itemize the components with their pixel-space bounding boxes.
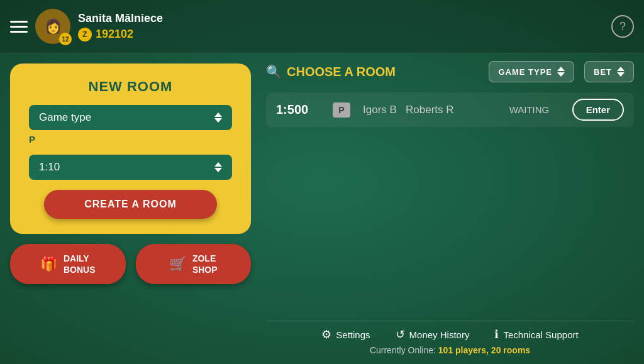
footer: ⚙ Settings ↺ Money History ℹ Technical S… bbox=[266, 321, 634, 359]
help-button[interactable]: ? bbox=[611, 15, 634, 38]
bottom-buttons: 🎁 DAILY BONUS 🛒 ZOLE SHOP bbox=[10, 244, 251, 284]
money-history-label: Money History bbox=[409, 329, 470, 340]
bet-filter-arrows bbox=[617, 67, 625, 77]
money-history-icon: ↺ bbox=[396, 328, 405, 341]
settings-link[interactable]: ⚙ Settings bbox=[321, 328, 370, 341]
bet-filter-label: BET bbox=[594, 67, 612, 77]
game-type-filter-button[interactable]: GAME TYPE bbox=[489, 61, 574, 82]
choose-room-label: 🔍 CHOOSE A ROOM bbox=[266, 64, 479, 79]
technical-support-icon: ℹ bbox=[494, 328, 499, 341]
new-room-card: NEW ROOM Game type P 1:10 CREATE A ROOM bbox=[10, 63, 251, 234]
game-type-arrows bbox=[214, 113, 222, 123]
room-status: WAITING bbox=[509, 104, 560, 115]
online-info: Currently Online: 101 players, 20 rooms bbox=[370, 345, 530, 355]
left-panel: NEW ROOM Game type P 1:10 CREATE A ROOM bbox=[0, 53, 261, 364]
online-highlight: 101 players, 20 rooms bbox=[438, 345, 530, 355]
room-players: Igors B Roberts R bbox=[363, 104, 497, 116]
technical-support-label: Technical Support bbox=[503, 329, 578, 340]
game-type-label: Game type bbox=[39, 111, 91, 124]
settings-icon: ⚙ bbox=[321, 328, 331, 341]
game-type-sublabel: P bbox=[29, 134, 35, 145]
avatar-badge: 12 bbox=[59, 33, 72, 45]
enter-room-button[interactable]: Enter bbox=[572, 99, 624, 121]
menu-button[interactable] bbox=[10, 21, 28, 33]
balance-amount: 192102 bbox=[96, 28, 133, 41]
zole-shop-text: ZOLE SHOP bbox=[192, 253, 218, 275]
daily-bonus-button[interactable]: 🎁 DAILY BONUS bbox=[10, 244, 126, 284]
user-info: Sanita Mālniece Z 192102 bbox=[78, 12, 611, 41]
search-icon: 🔍 bbox=[266, 64, 282, 79]
daily-bonus-text: DAILY BONUS bbox=[64, 253, 96, 275]
room-list: 1:500 P Igors B Roberts R WAITING Enter bbox=[266, 92, 634, 321]
zole-icon: Z bbox=[78, 28, 92, 41]
bet-arrows bbox=[214, 162, 222, 172]
user-name: Sanita Mālniece bbox=[78, 12, 611, 25]
money-history-link[interactable]: ↺ Money History bbox=[396, 328, 470, 341]
zole-shop-icon: 🛒 bbox=[169, 256, 186, 272]
choose-room-header: 🔍 CHOOSE A ROOM GAME TYPE BET bbox=[266, 61, 634, 82]
avatar-wrap: 👩 12 bbox=[35, 9, 70, 44]
bet-filter-button[interactable]: BET bbox=[584, 61, 634, 82]
table-row: 1:500 P Igors B Roberts R WAITING Enter bbox=[266, 92, 634, 127]
settings-label: Settings bbox=[336, 329, 370, 340]
room-bet: 1:500 bbox=[276, 102, 320, 117]
choose-room-text: CHOOSE A ROOM bbox=[287, 65, 396, 79]
user-balance: Z 192102 bbox=[78, 28, 611, 41]
bet-select[interactable]: 1:10 bbox=[29, 155, 232, 180]
app-header: 👩 12 Sanita Mālniece Z 192102 ? bbox=[0, 0, 644, 53]
game-type-filter-label: GAME TYPE bbox=[498, 67, 552, 77]
main-layout: NEW ROOM Game type P 1:10 CREATE A ROOM bbox=[0, 53, 644, 364]
footer-links: ⚙ Settings ↺ Money History ℹ Technical S… bbox=[321, 328, 578, 341]
create-room-button[interactable]: CREATE A ROOM bbox=[44, 190, 217, 219]
right-panel: 🔍 CHOOSE A ROOM GAME TYPE BET 1:50 bbox=[261, 53, 644, 364]
new-room-title: NEW ROOM bbox=[89, 79, 173, 95]
game-type-filter-arrows bbox=[557, 67, 565, 77]
daily-bonus-icon: 🎁 bbox=[40, 256, 57, 272]
game-type-select[interactable]: Game type bbox=[29, 105, 232, 130]
avatar-emoji: 👩 bbox=[45, 18, 62, 35]
zole-shop-button[interactable]: 🛒 ZOLE SHOP bbox=[136, 244, 252, 284]
online-text: Currently Online: bbox=[370, 345, 436, 355]
technical-support-link[interactable]: ℹ Technical Support bbox=[494, 328, 578, 341]
room-type-badge: P bbox=[333, 102, 350, 118]
bet-label: 1:10 bbox=[39, 161, 60, 174]
